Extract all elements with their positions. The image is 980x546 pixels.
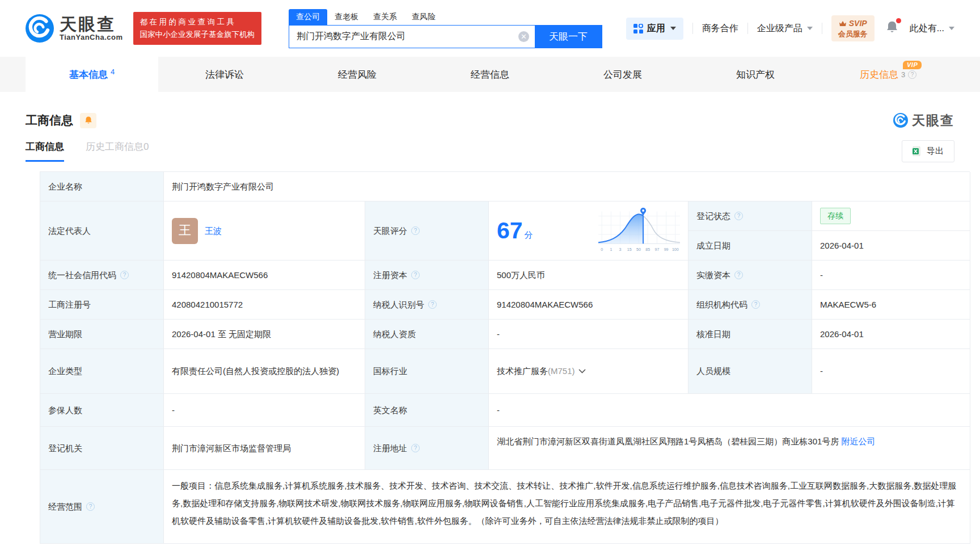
value-establish-date: 2026-04-01 [812, 231, 970, 261]
help-icon[interactable]: ? [411, 444, 420, 452]
label-taxpayer-qualification: 纳税人资质 [365, 320, 489, 349]
label-tianyan-score: 天眼评分? [365, 201, 489, 261]
help-icon[interactable]: ? [411, 271, 420, 279]
value-registered-address: 湖北省荆门市漳河新区双喜街道凤凰湖社区凤翔路1号凤栖岛（碧桂园三期）商业栋301… [489, 427, 970, 470]
table-row: 营业期限 2026-04-01 至 无固定期限 纳税人资质 - 核准日期 202… [40, 320, 970, 349]
search-tab-company[interactable]: 查公司 [289, 9, 327, 25]
tab-basic-info[interactable]: 基本信息 4 [26, 57, 158, 92]
notification-dot [896, 18, 901, 23]
help-icon[interactable]: ? [86, 502, 95, 511]
apps-menu[interactable]: 应用 [626, 18, 683, 40]
business-info-table: 企业名称 荆门开鸿数字产业有限公司 法定代表人 王 王波 登记状态? 存续 天眼… [40, 171, 970, 544]
brand-domain: TianYanCha.com [60, 33, 123, 41]
label-legal-representative: 法定代表人 [40, 201, 164, 261]
status-badge: 存续 [820, 208, 851, 225]
main-content: 工商信息 天眼查 工商信息 历史工商信息0 导出 [0, 111, 980, 544]
help-icon[interactable]: ? [734, 212, 743, 220]
industry-code: (M751) [548, 364, 575, 377]
divider [747, 23, 748, 34]
svg-text:15: 15 [627, 247, 632, 252]
label-company-type: 企业类型 [40, 349, 164, 394]
tab-operation-risk[interactable]: 经营风险 [291, 57, 424, 92]
legal-representative-link[interactable]: 王波 [205, 224, 222, 237]
crown-icon [839, 20, 847, 27]
chevron-down-icon[interactable] [578, 369, 586, 373]
subscribe-bell-button[interactable] [80, 113, 96, 128]
subtab-business-info[interactable]: 工商信息 [26, 140, 64, 162]
business-coop-link[interactable]: 商务合作 [702, 23, 738, 35]
label-registered-address: 注册地址? [365, 427, 489, 470]
label-business-scope: 经营范围? [40, 470, 164, 544]
value-registration-status: 存续 [812, 201, 970, 231]
label-registration-authority: 登记机关 [40, 427, 164, 470]
search-tab-risk[interactable]: 查风险 [404, 9, 443, 25]
value-staff-size: - [812, 349, 970, 394]
subtab-history-business-info[interactable]: 历史工商信息0 [86, 140, 149, 162]
help-icon[interactable]: ? [751, 300, 760, 309]
svg-text:1: 1 [610, 247, 612, 252]
enterprise-products-link[interactable]: 企业级产品 [757, 23, 813, 35]
search-input[interactable] [297, 31, 518, 41]
tab-operation-info[interactable]: 经营信息 [424, 57, 556, 92]
svip-membership-badge[interactable]: SVIP 会员服务 [831, 15, 875, 41]
help-icon[interactable]: ? [734, 271, 743, 279]
value-legal-representative: 王 王波 [164, 201, 365, 261]
table-row: 工商注册号 420804210015772 纳税人识别号? 91420804MA… [40, 290, 970, 320]
value-uscc: 91420804MAKAECW566 [164, 261, 365, 290]
value-insured-count: - [164, 394, 365, 427]
chevron-down-icon [670, 27, 676, 30]
tab-history-info[interactable]: 历史信息 3 ? VIP [822, 57, 954, 92]
clear-icon[interactable]: ✕ [518, 31, 529, 42]
search-tab-boss[interactable]: 查老板 [327, 9, 366, 25]
table-row: 统一社会信用代码? 91420804MAKAECW566 注册资本? 500万人… [40, 261, 970, 290]
value-english-name: - [489, 394, 970, 427]
user-menu[interactable]: 此处有... [910, 23, 954, 35]
help-icon[interactable]: ? [411, 226, 420, 235]
slogan-line2: 国家中小企业发展子基金旗下机构 [140, 28, 255, 41]
header-nav: 应用 商务合作 企业级产品 SVIP 会员服务 [626, 15, 954, 41]
label-industry: 国标行业 [365, 349, 489, 394]
help-icon[interactable]: ? [120, 271, 129, 279]
slogan-line1: 都在用的商业查询工具 [140, 16, 255, 28]
value-business-scope: 一般项目：信息系统集成服务,计算机系统服务,技术服务、技术开发、技术咨询、技术交… [164, 470, 970, 544]
nearby-companies-link[interactable]: 附近公司 [842, 436, 876, 446]
value-industry: 技术推广服务 (M751) [489, 349, 688, 394]
table-row: 登记机关 荆门市漳河新区市场监督管理局 注册地址? 湖北省荆门市漳河新区双喜街道… [40, 427, 970, 470]
excel-icon [913, 146, 922, 156]
value-company-name: 荆门开鸿数字产业有限公司 [164, 172, 970, 201]
search-tab-relation[interactable]: 查关系 [366, 9, 404, 25]
svg-text:100: 100 [672, 247, 679, 252]
help-icon[interactable]: ? [908, 70, 916, 79]
export-button[interactable]: 导出 [902, 140, 954, 162]
tianyancha-logo-icon [893, 113, 908, 128]
label-establish-date: 成立日期 [688, 231, 812, 261]
label-staff-size: 人员规模 [688, 349, 812, 394]
svg-text:50: 50 [636, 247, 641, 252]
tab-company-development[interactable]: 公司发展 [556, 57, 689, 92]
svg-text:3: 3 [619, 247, 622, 252]
label-org-code: 组织机构代码? [688, 290, 812, 320]
label-registration-number: 工商注册号 [40, 290, 164, 320]
notification-bell[interactable] [886, 20, 898, 36]
tianyancha-logo[interactable]: 天眼查 TianYanCha.com [26, 14, 123, 43]
tianyancha-logo-icon [26, 14, 54, 43]
table-row: 经营范围? 一般项目：信息系统集成服务,计算机系统服务,技术服务、技术开发、技术… [40, 470, 970, 544]
value-paid-capital: - [812, 261, 970, 290]
label-business-term: 营业期限 [40, 320, 164, 349]
help-icon[interactable]: ? [428, 300, 437, 309]
table-row: 法定代表人 王 王波 登记状态? 存续 天眼评分? 67 分 [40, 201, 970, 261]
table-row: 企业名称 荆门开鸿数字产业有限公司 [40, 172, 970, 201]
watermark-logo: 天眼查 [893, 112, 954, 129]
brand-slogan-badge: 都在用的商业查询工具 国家中小企业发展子基金旗下机构 [133, 12, 262, 45]
search-tabs: 查公司 查老板 查关系 查风险 [289, 9, 602, 25]
tab-legal-proceedings[interactable]: 法律诉讼 [158, 57, 291, 92]
search-button[interactable]: 天眼一下 [535, 26, 602, 48]
bell-icon [85, 116, 92, 125]
score-axis-ticks: 0 1 3 15 50 85 97 99 100 [601, 247, 679, 252]
value-taxpayer-id: 91420804MAKAECW566 [489, 290, 688, 320]
tab-intellectual-property[interactable]: 知识产权 [689, 57, 822, 92]
label-paid-capital: 实缴资本? [688, 261, 812, 290]
value-tianyan-score[interactable]: 67 分 [489, 201, 688, 261]
value-registered-capital: 500万人民币 [489, 261, 688, 290]
value-registration-number: 420804210015772 [164, 290, 365, 320]
